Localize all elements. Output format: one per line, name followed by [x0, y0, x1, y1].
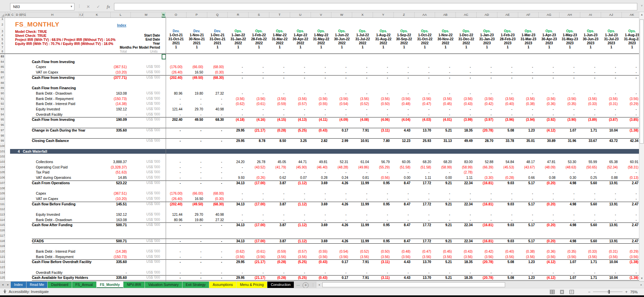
cell[interactable]: 9.03: [497, 222, 518, 228]
column-header-K[interactable]: K: [84, 12, 111, 17]
cell[interactable]: 0.24: [331, 175, 352, 181]
cell[interactable]: -: [601, 170, 622, 175]
cell[interactable]: 9.21: [435, 181, 456, 186]
year-cell[interactable]: 2022: [249, 41, 269, 45]
cell[interactable]: -: [477, 112, 497, 117]
cell[interactable]: -: [373, 270, 394, 276]
row-total[interactable]: 145.51: [80, 202, 127, 206]
cell[interactable]: (0.26): [249, 175, 269, 181]
year-cell[interactable]: 2023: [497, 41, 518, 45]
cell[interactable]: -: [539, 107, 559, 112]
row-units[interactable]: US$ '000: [131, 128, 160, 132]
column-header-U[interactable]: U: [290, 12, 311, 17]
cell[interactable]: 28.70: [477, 138, 497, 144]
cell[interactable]: (3.56): [373, 254, 394, 260]
cell[interactable]: (20.78): [477, 275, 497, 281]
cell[interactable]: 12.23: [394, 138, 415, 144]
row-label[interactable]: Bank Debt - Drawdown: [36, 91, 72, 95]
end-date-cell[interactable]: 28-Feb-22: [249, 37, 269, 41]
cell[interactable]: -: [249, 107, 269, 112]
row-header-123[interactable]: 123: [0, 265, 5, 270]
row-header-8[interactable]: 8: [0, 49, 5, 53]
row-units[interactable]: US$ '000: [131, 107, 160, 111]
period-type-cell[interactable]: Ops.: [228, 29, 249, 33]
row-header-111[interactable]: 111: [0, 202, 5, 207]
cell[interactable]: -: [331, 217, 352, 223]
row-header-88[interactable]: 88: [0, 81, 5, 86]
cell[interactable]: (3.87): [601, 117, 622, 122]
year-cell[interactable]: 2022: [269, 41, 290, 45]
cell[interactable]: -: [331, 191, 352, 196]
cell[interactable]: -: [456, 112, 477, 117]
row-header-117[interactable]: 117: [0, 233, 5, 239]
row-header-86[interactable]: 86: [0, 70, 5, 75]
cell[interactable]: -: [477, 170, 497, 175]
row-header-106[interactable]: 106: [0, 175, 5, 181]
cell[interactable]: (3.56): [559, 254, 580, 260]
cell[interactable]: -: [601, 75, 622, 81]
cell[interactable]: 4.26: [331, 181, 352, 186]
cell[interactable]: -: [269, 107, 290, 112]
cell[interactable]: -: [580, 212, 601, 217]
column-header-B[interactable]: B: [8, 12, 10, 17]
cell[interactable]: 53.30: [559, 159, 580, 165]
start-date-cell[interactable]: 1-Feb-23: [497, 33, 518, 37]
cell[interactable]: -: [580, 64, 601, 70]
row-header-83[interactable]: 83: [0, 54, 5, 59]
cell[interactable]: 1.23: [518, 128, 539, 133]
cell[interactable]: -: [311, 75, 332, 81]
cell[interactable]: (0.59): [269, 249, 290, 254]
row-units[interactable]: US$ '000: [131, 239, 160, 243]
column-header-Q[interactable]: Q: [207, 12, 228, 17]
months-per-period-cell[interactable]: 1: [228, 45, 249, 49]
formula-bar-collapse-icon[interactable]: ˅: [641, 4, 643, 7]
cell[interactable]: -: [331, 270, 352, 276]
cell[interactable]: (17.00): [249, 181, 269, 186]
column-header-D[interactable]: D: [15, 12, 19, 17]
cell[interactable]: (1.38): [622, 275, 639, 281]
cell[interactable]: -: [559, 91, 580, 96]
period-type-cell[interactable]: Ops.: [518, 29, 539, 33]
row-units[interactable]: US$ '000: [131, 160, 160, 163]
cell[interactable]: -: [394, 270, 415, 276]
row-units[interactable]: US$ '000: [131, 276, 160, 279]
cell[interactable]: -: [373, 64, 394, 70]
cell[interactable]: 17.72: [415, 181, 435, 186]
cell[interactable]: -: [580, 191, 601, 196]
row-total[interactable]: 335.60: [80, 128, 127, 132]
cell[interactable]: -: [186, 138, 207, 144]
page-break-view-icon[interactable]: [569, 289, 575, 294]
cell[interactable]: -: [331, 91, 352, 96]
cell[interactable]: 68.20: [435, 159, 456, 165]
end-date-cell[interactable]: 30-Jun-23: [580, 37, 601, 41]
cell[interactable]: -: [311, 196, 332, 202]
cell[interactable]: -: [228, 91, 249, 96]
cell[interactable]: -: [518, 112, 539, 117]
cell[interactable]: 9.03: [497, 181, 518, 186]
cell[interactable]: -: [269, 91, 290, 96]
cell[interactable]: -: [249, 170, 269, 175]
cell[interactable]: (3.56): [311, 254, 332, 260]
cell[interactable]: -: [394, 70, 415, 75]
tab-valuation-summary[interactable]: Valuation Summary: [145, 282, 182, 288]
cell[interactable]: (49.86): [352, 165, 373, 170]
cell[interactable]: (0.33): [580, 101, 601, 107]
cell[interactable]: -: [311, 217, 332, 223]
cell[interactable]: (0.45): [435, 101, 456, 107]
cell[interactable]: (3.96): [497, 117, 518, 122]
column-header-O[interactable]: O: [166, 12, 186, 17]
cell[interactable]: -: [415, 64, 435, 70]
start-date-cell[interactable]: 1-Nov-21: [186, 33, 207, 37]
cell[interactable]: -: [249, 196, 269, 202]
cell[interactable]: -: [269, 70, 290, 75]
cell[interactable]: 49.50: [186, 117, 207, 122]
cell[interactable]: -: [228, 170, 249, 175]
cell[interactable]: (3.56): [249, 254, 269, 260]
column-header-AA[interactable]: AA: [415, 12, 435, 17]
cell[interactable]: (0.13): [622, 175, 639, 181]
cell[interactable]: -: [477, 64, 497, 70]
cell[interactable]: (41.79): [269, 165, 290, 170]
cell[interactable]: -: [331, 107, 352, 112]
cell[interactable]: (3.92): [539, 117, 559, 122]
cell[interactable]: -: [228, 212, 249, 217]
